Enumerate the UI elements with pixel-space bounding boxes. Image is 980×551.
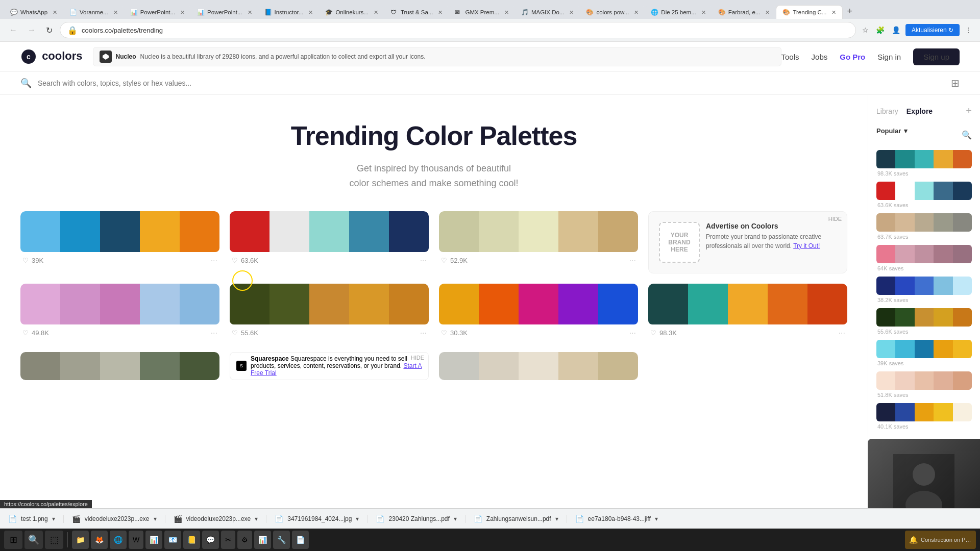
download-item-2[interactable]: 🎬 videodeluxe2023p...exe ▾ (72, 515, 165, 523)
download-item-6[interactable]: 📄 Zahlungsanweisun...pdf ▾ (474, 515, 567, 523)
download-chevron-4[interactable]: ▾ (356, 515, 359, 522)
squarespace-ad-hide[interactable]: HIDE (411, 355, 424, 361)
tab-whatsapp[interactable]: 💬 WhatsApp ✕ (4, 6, 63, 19)
palette-card-6[interactable]: ♡ 55.6K ··· (230, 284, 429, 342)
bookmark-star-button[interactable]: ☆ (860, 24, 871, 36)
back-button[interactable]: ← (6, 23, 20, 37)
coolors-logo[interactable]: c coolors (20, 48, 83, 65)
ad-link[interactable]: Try it Out! (793, 242, 820, 249)
tab-voranme[interactable]: 📄 Voranme... ✕ (63, 6, 124, 19)
taskbar-app-teams[interactable]: 💬 (202, 531, 219, 549)
rp-palette-9[interactable] (876, 403, 972, 421)
palette-card-7[interactable]: ♡ 30.3K ··· (439, 284, 638, 342)
palette-card-2[interactable]: ♡ 63.6K ··· (230, 211, 429, 273)
rp-palette-7[interactable] (876, 340, 972, 358)
address-bar[interactable]: 🔒 coolors.co/palettes/trending (60, 22, 856, 38)
nav-gopro[interactable]: Go Pro (840, 53, 865, 61)
rp-palette-2[interactable] (876, 182, 972, 200)
grid-view-icon[interactable]: ⊞ (951, 77, 960, 89)
taskbar-app-settings[interactable]: ⚙ (237, 531, 252, 549)
tab-gmx[interactable]: ✉ GMX Prem... ✕ (449, 6, 514, 19)
profile-button[interactable]: 👤 (890, 24, 902, 36)
more-options-button[interactable]: ··· (629, 256, 636, 265)
download-chevron-7[interactable]: ▾ (655, 515, 658, 522)
more-options-button[interactable]: ··· (629, 329, 636, 338)
reload-button[interactable]: ↻ (43, 23, 56, 37)
start-button[interactable]: ⊞ (4, 531, 22, 549)
tab-instructor[interactable]: 📘 Instructor... ✕ (258, 6, 320, 19)
taskbar-app-chrome[interactable]: 🌐 (110, 531, 127, 549)
rp-palette-3[interactable] (876, 213, 972, 232)
more-options-button[interactable]: ··· (211, 256, 217, 265)
search-input[interactable] (38, 79, 945, 87)
tab-trending[interactable]: 🎨 Trending C... ✕ (776, 5, 843, 19)
tab-onlinekurs[interactable]: 🎓 Onlinekurs... ✕ (319, 6, 384, 19)
nav-signin[interactable]: Sign in (877, 53, 901, 61)
tab-ppt1[interactable]: 📊 PowerPoint... ✕ (124, 6, 191, 19)
taskbar-app-misc2[interactable]: 📄 (292, 531, 309, 549)
tab-explore[interactable]: Explore (906, 107, 933, 115)
right-panel-search-icon[interactable]: 🔍 (962, 130, 972, 140)
like-icon[interactable]: ♡ (441, 257, 447, 264)
nav-jobs[interactable]: Jobs (812, 53, 828, 61)
tab-ppt2[interactable]: 📊 PowerPoint... ✕ (191, 6, 258, 19)
download-item-3[interactable]: 🎬 videodeluxe2023p...exe ▾ (174, 515, 267, 523)
like-icon[interactable]: ♡ (650, 329, 656, 337)
more-options-button[interactable]: ··· (839, 329, 845, 338)
taskbar-notification[interactable]: 🔔 Construction on Prat... (905, 531, 976, 549)
taskbar-app-files[interactable]: 📁 (72, 531, 89, 549)
tab-close-whatsapp[interactable]: ✕ (53, 9, 57, 16)
new-tab-button[interactable]: + (843, 4, 856, 19)
rp-palette-5[interactable] (876, 277, 972, 295)
palette-card-3[interactable]: ♡ 52.9K ··· (439, 211, 638, 273)
like-icon[interactable]: ♡ (232, 257, 238, 264)
taskbar-app-excel[interactable]: 📊 (254, 531, 271, 549)
tab-die25[interactable]: 🌐 Die 25 bem... ✕ (645, 6, 712, 19)
palette-card-1[interactable]: ♡ 39K ··· (20, 211, 219, 273)
taskbar-app-onenote[interactable]: 📒 (183, 531, 200, 549)
more-options-button[interactable]: ··· (211, 329, 217, 338)
taskbar-app-misc1[interactable]: 🔧 (273, 531, 290, 549)
more-options-button[interactable]: ··· (420, 329, 427, 338)
taskbar-app-outlook[interactable]: 📧 (164, 531, 181, 549)
download-chevron-3[interactable]: ▾ (255, 515, 258, 522)
palette-card-5[interactable]: ♡ 49.8K ··· (20, 284, 219, 342)
download-chevron-5[interactable]: ▾ (454, 515, 457, 522)
like-icon[interactable]: ♡ (22, 329, 29, 337)
tab-trust[interactable]: 🛡 Trust & Sa... ✕ (384, 6, 449, 19)
palette-card-11[interactable] (439, 352, 638, 380)
taskbar-app-firefox[interactable]: 🦊 (91, 531, 108, 549)
download-item-7[interactable]: 📄 ee7a180a-b948-43...jiff ▾ (575, 515, 666, 523)
taskbar-app-powerpoint[interactable]: 📊 (145, 531, 162, 549)
rp-palette-8[interactable] (876, 371, 972, 390)
nav-signup[interactable]: Sign up (913, 48, 960, 65)
nav-tools[interactable]: Tools (781, 53, 799, 61)
tab-colors[interactable]: 🎨 colors pow... ✕ (580, 6, 645, 19)
taskview-button[interactable]: ⬚ (45, 531, 63, 549)
menu-button[interactable]: ⋮ (963, 24, 974, 36)
like-icon[interactable]: ♡ (441, 329, 447, 337)
like-icon[interactable]: ♡ (232, 329, 238, 337)
download-item-1[interactable]: 📄 test 1.png ▾ (8, 515, 64, 523)
search-taskbar-button[interactable]: 🔍 (24, 531, 43, 549)
forward-button[interactable]: → (24, 23, 39, 37)
add-palette-button[interactable]: + (966, 105, 972, 117)
download-chevron-2[interactable]: ▾ (154, 515, 157, 522)
extensions-button[interactable]: 🧩 (874, 24, 887, 36)
tab-library[interactable]: Library (876, 107, 898, 115)
rp-palette-1[interactable] (876, 150, 972, 168)
ad-hide-button[interactable]: HIDE (828, 216, 842, 222)
more-options-button[interactable]: ··· (420, 256, 427, 265)
popular-dropdown[interactable]: Popular ▾ (876, 127, 908, 135)
rp-palette-4[interactable] (876, 245, 972, 263)
taskbar-app-snip[interactable]: ✂ (221, 531, 235, 549)
download-chevron-6[interactable]: ▾ (555, 515, 558, 522)
download-chevron-1[interactable]: ▾ (52, 515, 55, 522)
tab-farbrad[interactable]: 🎨 Farbrad, e... ✕ (712, 6, 776, 19)
taskbar-app-word[interactable]: W (129, 531, 143, 549)
palette-card-8[interactable]: ♡ 98.3K ··· (648, 284, 847, 342)
like-icon[interactable]: ♡ (22, 257, 29, 264)
download-item-5[interactable]: 📄 230420 Zahlungs...pdf ▾ (376, 515, 465, 523)
palette-card-9[interactable] (20, 352, 219, 380)
update-button[interactable]: Aktualisieren ↻ (905, 24, 960, 36)
